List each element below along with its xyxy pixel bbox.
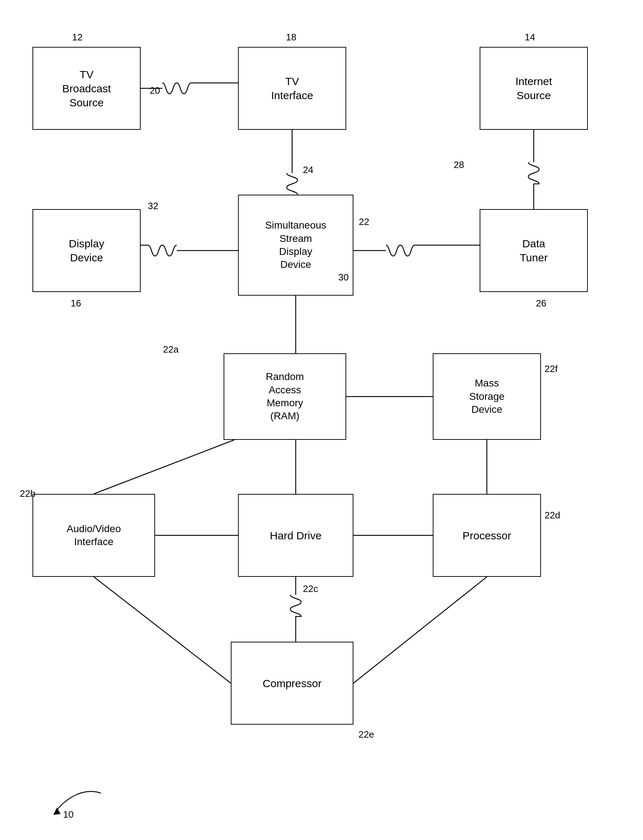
diagram: TVBroadcastSource TVInterface InternetSo…: [0, 0, 643, 840]
ref-22e: 22e: [359, 729, 374, 740]
svg-line-6: [94, 440, 234, 494]
tv-interface-label: TVInterface: [271, 74, 313, 103]
ssdd-label: SimultaneousStreamDisplayDevice: [265, 219, 326, 272]
audio-video-label: Audio/VideoInterface: [67, 523, 121, 549]
ref-22f: 22f: [545, 363, 558, 374]
data-tuner-box: DataTuner: [480, 209, 588, 292]
ref-26: 26: [536, 298, 546, 309]
hard-drive-box: Hard Drive: [238, 494, 353, 577]
ref-20: 20: [150, 85, 160, 96]
ref-22d: 22d: [545, 510, 560, 521]
ref-14: 14: [525, 32, 535, 43]
compressor-label: Compressor: [263, 676, 322, 690]
ram-label: RandomAccessMemory(RAM): [266, 370, 304, 423]
ref-10: 10: [63, 809, 73, 820]
ref-22c: 22c: [303, 583, 318, 594]
ref-24: 24: [303, 164, 313, 176]
ref-16: 16: [71, 298, 81, 309]
tv-interface-box: TVInterface: [238, 47, 346, 130]
ref-22a: 22a: [163, 344, 178, 355]
mass-storage-label: MassStorageDevice: [469, 377, 504, 416]
ref-32: 32: [148, 200, 158, 212]
ref-30: 30: [338, 272, 349, 283]
svg-marker-9: [53, 807, 60, 815]
tv-broadcast-box: TVBroadcastSource: [33, 47, 140, 130]
ref-22b: 22b: [20, 488, 35, 499]
processor-box: Processor: [433, 494, 541, 577]
processor-label: Processor: [462, 529, 511, 542]
audio-video-box: Audio/VideoInterface: [33, 494, 155, 577]
svg-line-7: [94, 577, 231, 683]
ref-22-ssdd: 22: [359, 216, 369, 228]
svg-line-8: [353, 577, 487, 683]
display-device-label: DisplayDevice: [69, 236, 104, 265]
ref-12: 12: [72, 32, 83, 43]
ssdd-box: SimultaneousStreamDisplayDevice: [238, 195, 353, 296]
compressor-box: Compressor: [231, 642, 353, 724]
mass-storage-box: MassStorageDevice: [433, 353, 541, 440]
internet-source-label: InternetSource: [515, 74, 552, 103]
tv-broadcast-label: TVBroadcastSource: [62, 67, 111, 110]
display-device-box: DisplayDevice: [33, 209, 140, 292]
ref-18: 18: [286, 32, 297, 43]
ref-28: 28: [454, 160, 464, 171]
internet-source-box: InternetSource: [480, 47, 588, 130]
hard-drive-label: Hard Drive: [270, 529, 322, 542]
ram-box: RandomAccessMemory(RAM): [224, 353, 346, 440]
data-tuner-label: DataTuner: [520, 236, 547, 265]
